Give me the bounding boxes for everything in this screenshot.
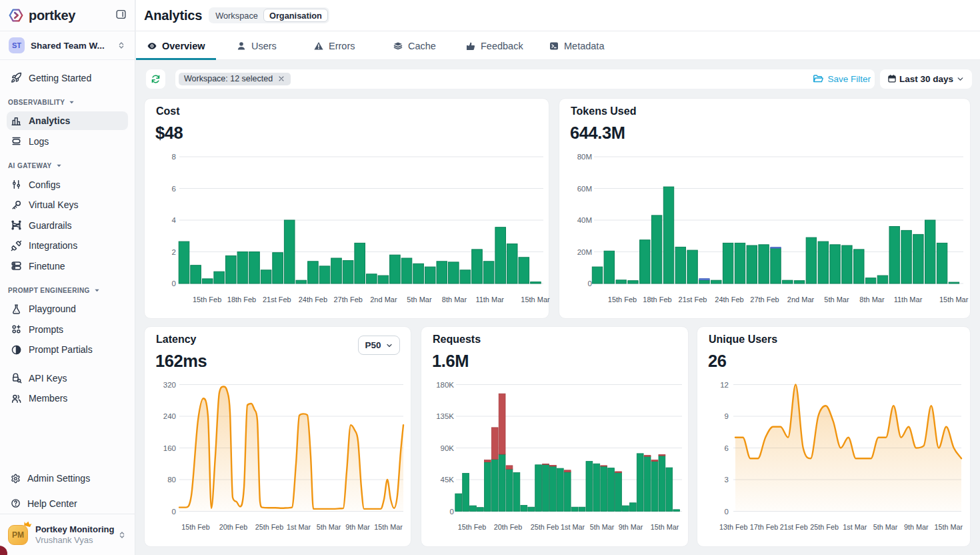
svg-text:0: 0 <box>172 280 176 288</box>
svg-text:5th Mar: 5th Mar <box>824 296 849 304</box>
svg-text:2: 2 <box>172 248 176 256</box>
svg-text:18th Feb: 18th Feb <box>643 296 671 304</box>
svg-text:3: 3 <box>725 476 729 484</box>
svg-text:20th Feb: 20th Feb <box>219 523 248 531</box>
svg-text:5th Mar: 5th Mar <box>317 523 341 531</box>
svg-text:6: 6 <box>172 185 176 193</box>
svg-text:90K: 90K <box>441 444 455 452</box>
svg-text:240: 240 <box>163 412 176 420</box>
svg-text:15th Feb: 15th Feb <box>458 523 487 531</box>
svg-text:12: 12 <box>720 381 729 389</box>
svg-text:2nd Mar: 2nd Mar <box>787 296 815 304</box>
svg-text:180K: 180K <box>436 381 454 389</box>
svg-text:9th Mar: 9th Mar <box>904 523 929 531</box>
svg-text:20M: 20M <box>577 248 592 256</box>
svg-text:24th Feb: 24th Feb <box>715 296 743 304</box>
svg-text:5th Mar: 5th Mar <box>873 523 898 531</box>
svg-text:11th Mar: 11th Mar <box>475 296 504 304</box>
svg-text:1st Mar: 1st Mar <box>843 523 867 531</box>
svg-text:13th Feb: 13th Feb <box>719 523 748 531</box>
svg-text:160: 160 <box>163 444 176 452</box>
svg-text:2nd Mar: 2nd Mar <box>370 296 397 304</box>
svg-text:8: 8 <box>172 153 176 161</box>
svg-text:15th Feb: 15th Feb <box>193 296 221 304</box>
svg-text:15th Feb: 15th Feb <box>608 296 637 304</box>
svg-text:9th Mar: 9th Mar <box>345 523 370 531</box>
svg-text:80M: 80M <box>577 153 592 161</box>
svg-text:1st Mar: 1st Mar <box>561 523 585 531</box>
svg-text:0: 0 <box>450 508 454 516</box>
svg-text:21st Feb: 21st Feb <box>679 296 707 304</box>
svg-text:25th Feb: 25th Feb <box>531 523 559 531</box>
svg-text:24th Feb: 24th Feb <box>299 296 327 304</box>
svg-text:15th Mar: 15th Mar <box>374 523 403 531</box>
svg-text:15th Mar: 15th Mar <box>521 296 550 304</box>
svg-text:80: 80 <box>167 476 176 484</box>
svg-text:1st Mar: 1st Mar <box>287 523 311 531</box>
svg-text:15th Mar: 15th Mar <box>939 296 969 304</box>
svg-text:6: 6 <box>725 444 729 452</box>
svg-text:40M: 40M <box>577 216 592 224</box>
svg-text:0: 0 <box>725 508 729 516</box>
svg-text:8th Mar: 8th Mar <box>859 296 885 304</box>
svg-text:5th Mar: 5th Mar <box>407 296 432 304</box>
svg-text:15th Feb: 15th Feb <box>181 523 210 531</box>
svg-text:5th Mar: 5th Mar <box>590 523 615 531</box>
svg-text:25th Feb: 25th Feb <box>810 523 839 531</box>
svg-text:15th Mar: 15th Mar <box>651 523 679 531</box>
svg-text:0: 0 <box>588 280 592 288</box>
svg-text:21st Feb: 21st Feb <box>263 296 291 304</box>
svg-text:27th Feb: 27th Feb <box>750 296 779 304</box>
svg-text:60M: 60M <box>577 185 592 193</box>
svg-text:9th Mar: 9th Mar <box>619 523 643 531</box>
svg-text:20th Feb: 20th Feb <box>494 523 523 531</box>
svg-text:0: 0 <box>172 508 176 516</box>
svg-text:21st Feb: 21st Feb <box>780 523 808 531</box>
svg-text:135K: 135K <box>436 412 454 420</box>
svg-text:8th Mar: 8th Mar <box>442 296 467 304</box>
svg-text:320: 320 <box>163 381 176 389</box>
svg-text:9: 9 <box>725 412 729 420</box>
svg-text:45K: 45K <box>441 476 455 484</box>
svg-text:17th Feb: 17th Feb <box>750 523 779 531</box>
svg-text:15th Mar: 15th Mar <box>935 523 963 531</box>
svg-text:27th Feb: 27th Feb <box>333 296 362 304</box>
svg-text:25th Feb: 25th Feb <box>255 523 284 531</box>
svg-text:4: 4 <box>172 216 177 224</box>
svg-text:11th Mar: 11th Mar <box>894 296 923 304</box>
svg-text:18th Feb: 18th Feb <box>227 296 256 304</box>
